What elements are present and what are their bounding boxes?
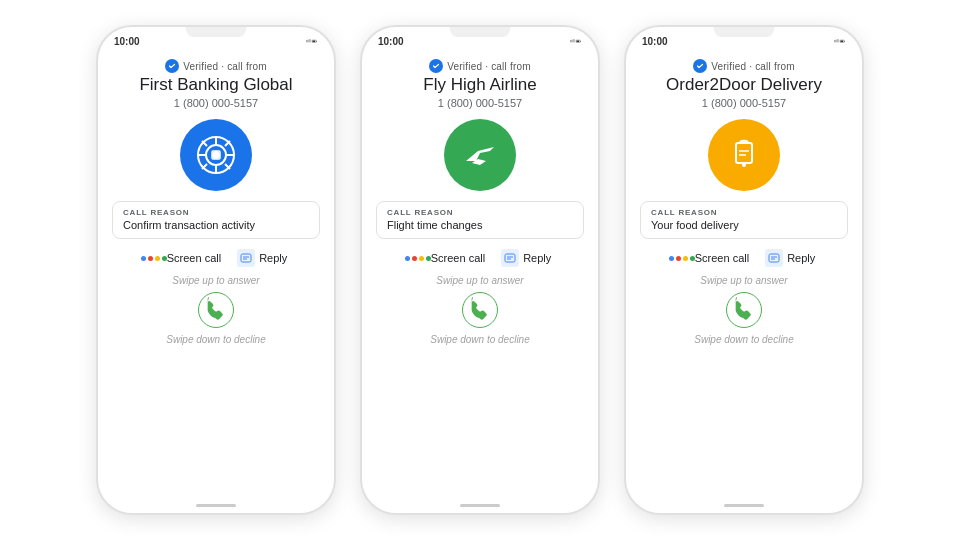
reply-label-delivery: Reply bbox=[787, 252, 815, 264]
action-row-delivery: Screen call Reply bbox=[673, 249, 816, 267]
svg-rect-1 bbox=[316, 41, 317, 42]
reply-btn-banking[interactable]: Reply bbox=[237, 249, 287, 267]
caller-icon-airline bbox=[444, 119, 516, 191]
call-reason-value-banking: Confirm transaction activity bbox=[123, 219, 309, 231]
svg-rect-20 bbox=[576, 41, 579, 43]
status-icons-banking bbox=[306, 35, 318, 47]
verified-row-delivery: Verified · call from bbox=[693, 59, 794, 73]
verified-text-banking: Verified · call from bbox=[183, 61, 266, 72]
verified-text-delivery: Verified · call from bbox=[711, 61, 794, 72]
phone-airline: 10:00 Verified · call from Fly High Airl… bbox=[360, 25, 600, 515]
reply-icon-airline bbox=[501, 249, 519, 267]
reply-label-airline: Reply bbox=[523, 252, 551, 264]
verified-row-airline: Verified · call from bbox=[429, 59, 530, 73]
phone-content-delivery: Verified · call from Order2Door Delivery… bbox=[626, 51, 862, 500]
call-reason-label-airline: CALL REASON bbox=[387, 208, 573, 217]
reply-btn-airline[interactable]: Reply bbox=[501, 249, 551, 267]
call-reason-label-banking: CALL REASON bbox=[123, 208, 309, 217]
phone-frame-banking: 10:00 Verified · call from First Banking… bbox=[96, 25, 336, 515]
caller-name-banking: First Banking Global bbox=[139, 75, 292, 95]
verified-row-banking: Verified · call from bbox=[165, 59, 266, 73]
assistant-icon-banking bbox=[145, 249, 163, 267]
time-delivery: 10:00 bbox=[642, 36, 668, 47]
phone-content-airline: Verified · call from Fly High Airline 1 … bbox=[362, 51, 598, 500]
caller-icon-banking bbox=[180, 119, 252, 191]
reply-icon-banking bbox=[237, 249, 255, 267]
screen-call-btn-airline[interactable]: Screen call bbox=[409, 249, 485, 267]
call-reason-box-delivery: CALL REASON Your food delivery bbox=[640, 201, 848, 239]
swipe-down-text-banking: Swipe down to decline bbox=[166, 334, 266, 345]
time-banking: 10:00 bbox=[114, 36, 140, 47]
assistant-icon-airline bbox=[409, 249, 427, 267]
verified-badge-delivery bbox=[693, 59, 707, 73]
screen-call-btn-delivery[interactable]: Screen call bbox=[673, 249, 749, 267]
ga-dots-banking bbox=[141, 256, 167, 261]
phone-frame-airline: 10:00 Verified · call from Fly High Airl… bbox=[360, 25, 600, 515]
phone-frame-delivery: 10:00 Verified · call from Order2Door De… bbox=[624, 25, 864, 515]
svg-rect-19 bbox=[580, 41, 581, 42]
reply-label-banking: Reply bbox=[259, 252, 287, 264]
screen-call-label-banking: Screen call bbox=[167, 252, 221, 264]
svg-rect-27 bbox=[736, 143, 752, 163]
phone-delivery: 10:00 Verified · call from Order2Door De… bbox=[624, 25, 864, 515]
phone-banking: 10:00 Verified · call from First Banking… bbox=[96, 25, 336, 515]
swipe-up-text-banking: Swipe up to answer bbox=[172, 275, 259, 286]
screen-call-label-delivery: Screen call bbox=[695, 252, 749, 264]
assistant-icon-delivery bbox=[673, 249, 691, 267]
phone-number-airline: 1 (800) 000-5157 bbox=[438, 97, 522, 109]
home-indicator-delivery bbox=[724, 504, 764, 507]
swipe-up-text-delivery: Swipe up to answer bbox=[700, 275, 787, 286]
status-icons-delivery bbox=[834, 35, 846, 47]
status-bar-delivery: 10:00 bbox=[626, 27, 862, 51]
call-reason-value-airline: Flight time changes bbox=[387, 219, 573, 231]
reply-icon-delivery bbox=[765, 249, 783, 267]
status-icons-airline bbox=[570, 35, 582, 47]
svg-point-30 bbox=[742, 163, 746, 167]
phone-number-delivery: 1 (800) 000-5157 bbox=[702, 97, 786, 109]
home-indicator-banking bbox=[196, 504, 236, 507]
svg-point-5 bbox=[212, 151, 220, 159]
verified-badge-banking bbox=[165, 59, 179, 73]
action-row-banking: Screen call Reply bbox=[145, 249, 288, 267]
swipe-down-text-airline: Swipe down to decline bbox=[430, 334, 530, 345]
reply-btn-delivery[interactable]: Reply bbox=[765, 249, 815, 267]
status-bar-banking: 10:00 bbox=[98, 27, 334, 51]
answer-icon-airline[interactable] bbox=[462, 292, 498, 328]
call-reason-value-delivery: Your food delivery bbox=[651, 219, 837, 231]
answer-icon-banking[interactable] bbox=[198, 292, 234, 328]
svg-rect-25 bbox=[844, 41, 845, 42]
caller-name-delivery: Order2Door Delivery bbox=[666, 75, 822, 95]
verified-badge-airline bbox=[429, 59, 443, 73]
screen-call-btn-banking[interactable]: Screen call bbox=[145, 249, 221, 267]
screen-call-label-airline: Screen call bbox=[431, 252, 485, 264]
call-reason-label-delivery: CALL REASON bbox=[651, 208, 837, 217]
answer-icon-delivery[interactable] bbox=[726, 292, 762, 328]
ga-dots-airline bbox=[405, 256, 431, 261]
call-reason-box-airline: CALL REASON Flight time changes bbox=[376, 201, 584, 239]
caller-icon-delivery bbox=[708, 119, 780, 191]
svg-rect-31 bbox=[769, 254, 779, 262]
action-row-airline: Screen call Reply bbox=[409, 249, 552, 267]
status-bar-airline: 10:00 bbox=[362, 27, 598, 51]
svg-rect-21 bbox=[505, 254, 515, 262]
swipe-down-text-delivery: Swipe down to decline bbox=[694, 334, 794, 345]
caller-name-airline: Fly High Airline bbox=[423, 75, 536, 95]
svg-rect-26 bbox=[840, 41, 843, 43]
swipe-up-text-airline: Swipe up to answer bbox=[436, 275, 523, 286]
phone-content-banking: Verified · call from First Banking Globa… bbox=[98, 51, 334, 500]
call-reason-box-banking: CALL REASON Confirm transaction activity bbox=[112, 201, 320, 239]
phone-number-banking: 1 (800) 000-5157 bbox=[174, 97, 258, 109]
ga-dots-delivery bbox=[669, 256, 695, 261]
time-airline: 10:00 bbox=[378, 36, 404, 47]
svg-rect-2 bbox=[312, 41, 315, 43]
home-indicator-airline bbox=[460, 504, 500, 507]
svg-rect-15 bbox=[241, 254, 251, 262]
verified-text-airline: Verified · call from bbox=[447, 61, 530, 72]
